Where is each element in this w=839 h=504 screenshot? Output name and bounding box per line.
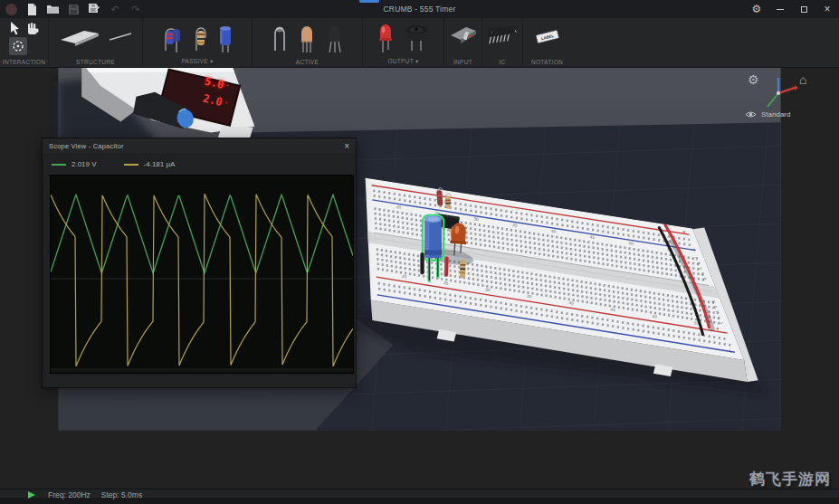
toolbar-section-active: ACTIVE (252, 18, 362, 68)
diode-tool-icon[interactable] (268, 20, 291, 58)
undo-icon: ↶ (109, 3, 121, 15)
close-button[interactable]: × (815, 0, 839, 18)
toolbar-label-interaction: INTERACTION (0, 59, 48, 65)
toolbar-section-input: INPUT (443, 18, 481, 68)
wire-tool-icon[interactable] (107, 24, 134, 54)
legend-current: -4.181 µA (124, 160, 176, 168)
toolbar-section-interaction: INTERACTION (0, 18, 48, 68)
save-icon (67, 3, 80, 15)
viewport-controls: ⚙ ⌂ Standard (739, 68, 839, 131)
toolbar-label-notation: NOTATION (523, 59, 571, 65)
scope-legend: 2.019 V -4.181 µA (43, 155, 356, 174)
view-mode-label: Standard (761, 110, 790, 119)
current-swatch (124, 164, 138, 166)
interact-tool-selected[interactable] (9, 37, 27, 55)
viewport-settings-icon[interactable]: ⚙ (748, 72, 759, 87)
hand-tool-icon[interactable] (25, 21, 39, 39)
frequency-readout: Freq: 200Hz (48, 490, 91, 499)
toolbar-section-ic: IC (481, 18, 522, 68)
ic-chip-tool-icon[interactable] (484, 20, 520, 58)
save-as-icon[interactable] (88, 3, 100, 15)
new-file-icon[interactable] (25, 3, 38, 15)
minimize-button[interactable] (768, 0, 792, 18)
scope-title: Scope View - Capacitor (49, 142, 124, 150)
transistor-black-tool-icon[interactable] (322, 20, 348, 58)
select-cursor-icon[interactable] (9, 21, 22, 39)
eye-icon (745, 110, 757, 119)
resistor-axial-tool-icon[interactable] (189, 20, 213, 58)
toolbar-label-output: OUTPUT ▾ (363, 58, 443, 65)
title-bar: ↶ ↷ CRUMB - 555 Timer ⚙ × (0, 0, 839, 18)
view-mode-toggle[interactable]: Standard (745, 110, 790, 119)
maximize-button[interactable] (792, 0, 815, 18)
step-readout: Step: 5.0ms (101, 490, 142, 499)
grid-line (58, 458, 780, 483)
red-wire-component[interactable] (444, 256, 449, 277)
toolbar-label-structure: STRUCTURE (49, 59, 142, 65)
home-view-icon[interactable]: ⌂ (799, 72, 806, 87)
power-supply-top-edge (86, 68, 234, 72)
settings-gear-icon[interactable]: ⚙ (745, 0, 768, 18)
open-file-icon[interactable] (46, 3, 59, 15)
axis-gizmo[interactable] (758, 75, 798, 115)
scope-title-bar[interactable]: Scope View - Capacitor × (43, 138, 356, 155)
toolbar-section-passive: PASSIVE ▾ (142, 18, 252, 68)
play-button[interactable] (28, 491, 35, 499)
switch-tool-icon[interactable] (446, 21, 481, 57)
toolbar-label-ic: IC (482, 59, 522, 65)
scope-plot-area (50, 175, 354, 374)
current-value: -4.181 µA (144, 160, 176, 168)
plot-bottom-strip (51, 370, 353, 373)
capacitor-tool-icon[interactable] (215, 20, 235, 58)
toolbar-section-notation: LABEL NOTATION (522, 18, 571, 68)
legend-voltage: 2.019 V (52, 160, 97, 168)
breadboard-tool-icon[interactable] (57, 24, 104, 54)
toolbar-label-passive: PASSIVE ▾ (143, 58, 252, 65)
blue-accent-sliver (359, 0, 379, 3)
buzzer-tool-icon[interactable] (400, 19, 433, 59)
resistor-tool-icon[interactable] (159, 20, 186, 58)
toolbar-section-output: OUTPUT ▾ (362, 18, 443, 68)
watermark: 鹤飞手游网 (749, 469, 831, 490)
status-bar: Freq: 200Hz Step: 5.0ms (0, 489, 839, 504)
scope-window[interactable]: Scope View - Capacitor × 2.019 V -4.181 … (42, 138, 357, 388)
current-trace (51, 194, 353, 366)
app-logo-icon (5, 4, 17, 15)
voltage-value: 2.019 V (72, 160, 97, 168)
transistor-tool-icon[interactable] (294, 20, 319, 58)
led-tool-icon[interactable] (374, 19, 397, 59)
voltage-swatch (52, 164, 66, 166)
scope-close-button[interactable]: × (344, 142, 349, 151)
toolbar-section-structure: STRUCTURE (48, 18, 142, 68)
toolbar-label-active: ACTIVE (253, 59, 362, 65)
toolbar-label-input: INPUT (444, 59, 481, 65)
redo-icon: ↷ (129, 3, 142, 15)
black-wire-component[interactable] (420, 252, 424, 274)
component-toolbar: INTERACTION STRUCTURE PASSIVE ▾ (0, 18, 839, 68)
label-sticker-tool-icon[interactable]: LABEL (529, 22, 566, 56)
